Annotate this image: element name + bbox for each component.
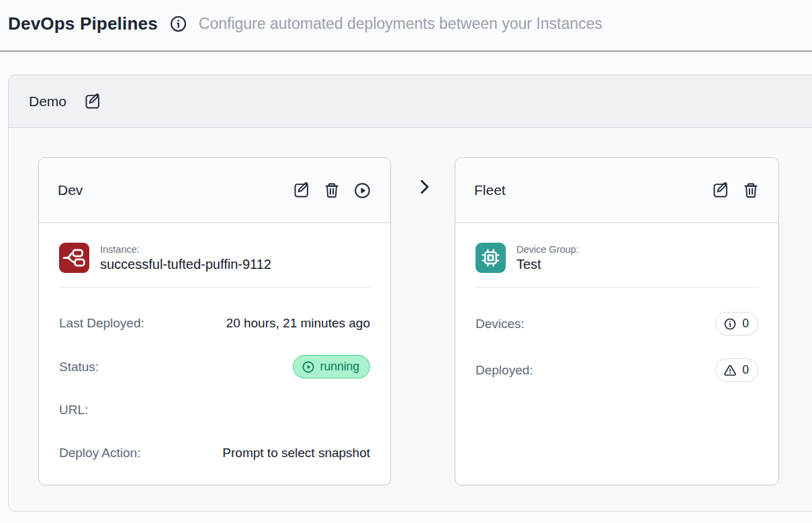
run-stage-button[interactable] bbox=[353, 182, 371, 200]
deploy-action-label: Deploy Action: bbox=[59, 446, 140, 460]
delete-stage-button[interactable] bbox=[323, 182, 341, 199]
deployed-count: 0 bbox=[742, 363, 749, 377]
dev-card-header: Dev bbox=[39, 158, 390, 223]
edit-stage-button[interactable] bbox=[293, 182, 310, 199]
url-label: URL: bbox=[59, 403, 88, 417]
edit-icon bbox=[84, 93, 101, 110]
devices-row: Devices: 0 bbox=[476, 312, 758, 335]
last-deployed-row: Last Deployed: 20 hours, 21 minutes ago bbox=[59, 312, 370, 335]
instance-name: successful-tufted-puffin-9112 bbox=[100, 255, 271, 273]
trash-icon bbox=[323, 182, 341, 199]
page-title: DevOps Pipelines bbox=[8, 13, 158, 34]
delete-stage-button[interactable] bbox=[742, 182, 760, 199]
status-badge: running bbox=[293, 355, 370, 378]
device-group-icon bbox=[476, 243, 506, 273]
instance-info: Instance: successful-tufted-puffin-9112 bbox=[100, 243, 271, 273]
fleet-stage-title: Fleet bbox=[474, 182, 506, 198]
edit-icon bbox=[712, 182, 729, 199]
deployed-label: Deployed: bbox=[476, 363, 533, 378]
deploy-action-value: Prompt to select snapshot bbox=[222, 446, 370, 460]
edit-pipeline-button[interactable] bbox=[84, 93, 101, 110]
divider bbox=[59, 287, 370, 288]
status-label: Status: bbox=[59, 360, 99, 374]
divider bbox=[476, 287, 758, 288]
fleet-card-actions bbox=[712, 182, 760, 199]
device-group-row: Device Group: Test bbox=[476, 243, 758, 273]
status-value: running bbox=[320, 360, 359, 374]
dev-card-actions bbox=[293, 182, 371, 200]
stage-card-fleet: Fleet bbox=[455, 157, 779, 485]
fleet-card-body: Device Group: Test Devices: bbox=[455, 223, 778, 402]
devices-label: Devices: bbox=[476, 317, 525, 331]
edit-stage-button[interactable] bbox=[712, 182, 729, 199]
last-deployed-label: Last Deployed: bbox=[59, 316, 144, 331]
dev-stage-title: Dev bbox=[58, 182, 83, 198]
edit-icon bbox=[293, 182, 310, 199]
page-header: DevOps Pipelines Configure automated dep… bbox=[0, 0, 812, 52]
trash-icon bbox=[742, 182, 760, 199]
pipeline-name: Demo bbox=[29, 93, 66, 110]
stage-card-dev: Dev bbox=[38, 157, 391, 485]
device-group-name: Test bbox=[516, 255, 579, 273]
devices-count-badge[interactable]: 0 bbox=[715, 312, 758, 335]
deployed-count-badge[interactable]: 0 bbox=[715, 358, 758, 382]
devices-count: 0 bbox=[742, 317, 749, 331]
pipeline-panel-header: Demo bbox=[9, 75, 812, 128]
pipeline-panel: Demo Dev bbox=[8, 75, 812, 512]
device-group-info: Device Group: Test bbox=[516, 243, 579, 273]
chevron-right-icon bbox=[415, 177, 434, 196]
pipeline-stages: Dev bbox=[9, 128, 812, 512]
deployed-row: Deployed: 0 bbox=[476, 358, 758, 382]
deploy-action-row: Deploy Action: Prompt to select snapshot bbox=[59, 442, 370, 465]
fleet-card-header: Fleet bbox=[455, 158, 778, 223]
info-icon[interactable] bbox=[169, 15, 187, 33]
instance-icon bbox=[59, 243, 89, 273]
page-subtitle: Configure automated deployments between … bbox=[199, 15, 602, 33]
instance-label: Instance: bbox=[100, 243, 271, 255]
play-circle-icon bbox=[302, 360, 315, 374]
status-row: Status: running bbox=[59, 355, 370, 378]
instance-row: Instance: successful-tufted-puffin-9112 bbox=[59, 243, 370, 273]
dev-card-body: Instance: successful-tufted-puffin-9112 … bbox=[39, 223, 390, 485]
warning-triangle-icon bbox=[723, 364, 737, 377]
play-circle-icon bbox=[353, 182, 371, 200]
device-group-label: Device Group: bbox=[516, 243, 579, 255]
info-icon bbox=[723, 317, 737, 331]
url-row: URL: bbox=[59, 399, 370, 421]
last-deployed-value: 20 hours, 21 minutes ago bbox=[226, 316, 370, 331]
